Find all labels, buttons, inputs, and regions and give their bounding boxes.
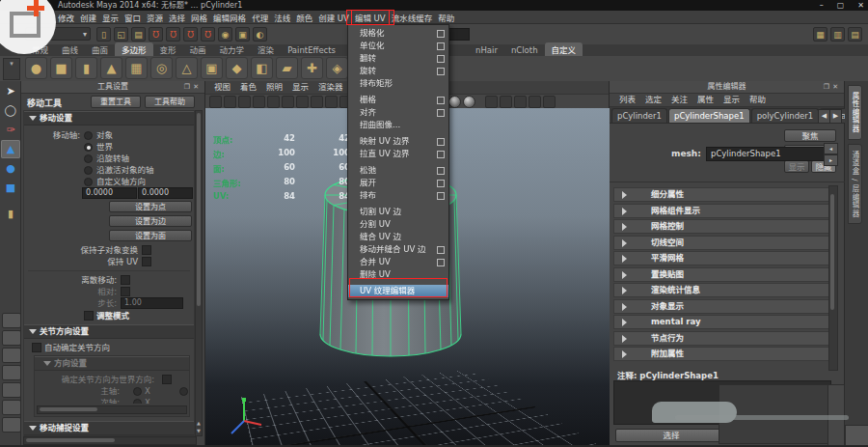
paint-select-tool-button[interactable]: ✑ — [1, 121, 20, 139]
shelf-menu-icon[interactable]: ▾ — [3, 58, 20, 80]
move-axis-option[interactable]: 世界 — [24, 141, 194, 153]
radio-icon[interactable] — [84, 154, 93, 163]
close-panel-icon[interactable]: ✕ — [193, 83, 202, 91]
option-box-icon[interactable] — [437, 246, 445, 254]
viewport-layout-button[interactable] — [2, 382, 21, 398]
option-box-icon[interactable] — [437, 138, 445, 146]
custom-axis-x-input[interactable]: 0.0000 — [82, 187, 137, 199]
move-axis-option[interactable]: 沿激活对象的轴 — [24, 164, 194, 176]
edit-uv-menu-item[interactable]: 移动并缝合 UV 边 — [348, 243, 448, 256]
menubar-item[interactable]: 颜色 — [293, 11, 315, 24]
attribute-editor-vscrollbar[interactable] — [828, 185, 838, 371]
keep-uv-checkbox[interactable] — [142, 257, 151, 266]
ae-menu-item[interactable]: 选定 — [641, 94, 665, 106]
select-button[interactable]: 选择 — [615, 429, 727, 442]
viewport-toolbar-icon[interactable] — [485, 96, 498, 108]
shelf-tab[interactable]: 动画 — [183, 42, 213, 56]
shading-mode-icon[interactable] — [448, 96, 461, 108]
edit-uv-menu-item[interactable]: 旋转 — [348, 65, 448, 77]
viewport-layout-button[interactable] — [2, 313, 21, 328]
option-box-icon[interactable] — [437, 167, 445, 175]
subpanel-hscrollbar[interactable] — [37, 405, 187, 414]
edit-uv-menu-item[interactable]: 松弛 — [348, 164, 448, 177]
close-button[interactable]: ✕ — [857, 0, 864, 11]
keep-child-checkbox[interactable] — [142, 245, 151, 255]
attribute-section-bar[interactable]: 渲染统计信息 — [613, 283, 833, 297]
attribute-section-bar[interactable]: 附加属性 — [613, 347, 833, 361]
edit-uv-menu-item[interactable]: 对齐 — [348, 106, 448, 119]
option-box-icon[interactable] — [437, 151, 445, 158]
viewport-layout-button[interactable] — [2, 330, 21, 346]
edit-uv-menu-item[interactable]: 合并 UV — [348, 256, 448, 268]
minimize-button[interactable]: – — [820, 0, 824, 11]
attribute-section-bar[interactable]: 切线空间 — [613, 236, 833, 250]
statusline-icon[interactable]: Ω — [149, 27, 163, 42]
attribute-section-bar[interactable]: 节点行为 — [613, 331, 833, 346]
viewport-toolbar-icon[interactable] — [514, 96, 527, 108]
menubar-item[interactable]: 窗口 — [122, 11, 144, 24]
option-box-icon[interactable] — [437, 180, 445, 187]
edit-uv-menu-item[interactable]: 规格化 — [348, 27, 448, 40]
shelf-item-icon[interactable]: ■ — [50, 57, 72, 79]
shelf-item-icon[interactable]: ▮ — [75, 57, 97, 79]
float-panel-icon[interactable]: ❐ — [824, 83, 832, 91]
radio-icon[interactable] — [133, 387, 142, 396]
statusline-icon[interactable]: ◱ — [114, 27, 128, 42]
output-connection-icon[interactable]: ▸ — [824, 154, 838, 166]
statusline-icon[interactable]: ◐ — [253, 27, 267, 42]
focus-button[interactable]: 聚焦 — [784, 129, 836, 142]
ui-toggle-icon[interactable]: ▦ — [813, 27, 827, 42]
menubar-item[interactable]: 选择 — [166, 11, 188, 24]
menubar-item[interactable]: 代理 — [249, 11, 271, 24]
edit-uv-menu-item[interactable]: 缝合 UV 边 — [348, 231, 448, 243]
shelf-item-icon[interactable]: ▰ — [276, 57, 298, 79]
edit-uv-menu-item[interactable]: 排布矩形 — [348, 77, 448, 90]
menubar-item[interactable]: 修改 — [55, 11, 77, 24]
edit-uv-menu-item[interactable]: 排布 — [348, 189, 448, 202]
menubar-item[interactable]: 流水线缓存 — [389, 11, 436, 24]
shading-mode-icon[interactable] — [463, 96, 475, 108]
relative-checkbox[interactable] — [121, 287, 130, 296]
shelf-tab[interactable]: 渲染 — [251, 42, 281, 56]
option-box-icon[interactable] — [437, 55, 445, 63]
radio-icon[interactable] — [84, 131, 93, 140]
menubar-item[interactable]: 网格 — [188, 11, 210, 24]
statusline-icon[interactable]: Ω — [201, 27, 215, 42]
viewport-layout-button[interactable] — [2, 417, 21, 433]
edit-uv-menu-item[interactable]: 栅格 — [348, 94, 448, 106]
scale-tool-button[interactable]: ■ — [1, 179, 20, 197]
option-box-icon[interactable] — [437, 42, 445, 50]
viewport-toolbar-icon[interactable] — [543, 96, 556, 108]
step-input[interactable]: 1.00 — [121, 297, 183, 309]
orient-settings-section[interactable]: 方向设置 — [35, 356, 189, 371]
maximize-button[interactable]: ▢ — [837, 0, 845, 11]
move-settings-section[interactable]: 移动设置 — [24, 111, 194, 126]
set-axis-button[interactable]: 设置为点 — [109, 201, 192, 212]
viewport-menu-item[interactable]: 渲染器 — [314, 81, 347, 94]
tab-scroll-right-icon[interactable]: ▶ — [829, 109, 842, 124]
shelf-tab[interactable]: 多边形 — [115, 42, 153, 56]
move-tool-button[interactable]: ▲ — [1, 140, 20, 158]
last-tool-icon[interactable]: ▮ — [1, 205, 20, 223]
attribute-section-bar[interactable]: 网格组件显示 — [613, 204, 833, 218]
menubar-item[interactable]: 帮助 — [435, 11, 457, 24]
shelf-item-icon[interactable]: ◧ — [251, 57, 273, 79]
shelf-item-icon[interactable]: ◆ — [226, 57, 248, 79]
edit-uv-menu-item[interactable]: 切割 UV 边 — [348, 206, 448, 218]
menubar-item[interactable]: 创建 — [77, 11, 99, 24]
move-axis-option[interactable]: 对象 — [24, 129, 194, 141]
viewport-menu-item[interactable]: 视图 — [210, 81, 234, 94]
statusline-icon[interactable]: ▯ — [96, 27, 111, 42]
viewport-toolbar-icon[interactable] — [238, 96, 251, 108]
shelf-item-icon[interactable]: ▣ — [201, 57, 223, 79]
tool-settings-vscrollbar[interactable]: ▲ ▼ — [195, 110, 203, 436]
viewport-menu-item[interactable]: 照明 — [262, 81, 286, 94]
node-tab[interactable]: polyCylinder1 — [751, 108, 820, 123]
lasso-tool-button[interactable]: ◯ — [1, 101, 20, 120]
menubar-item[interactable]: 编辑网格 — [210, 11, 249, 24]
viewport-toolbar-icon[interactable] — [224, 96, 236, 108]
attribute-section-bar[interactable]: 网格控制 — [613, 219, 833, 234]
shelf-item-icon[interactable]: ▦ — [125, 57, 148, 79]
mesh-name-field[interactable]: pCylinderShape1 — [706, 147, 826, 161]
viewport-toolbar-icon[interactable] — [311, 96, 323, 108]
